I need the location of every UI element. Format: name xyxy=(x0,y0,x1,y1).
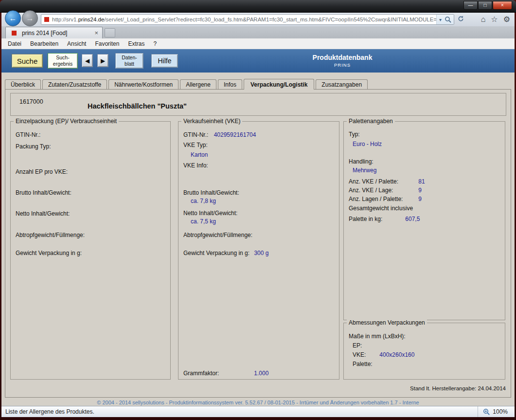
close-button[interactable]: × xyxy=(493,1,512,10)
forward-button[interactable]: → xyxy=(22,10,38,26)
abmessungen-palette-label: Palette: xyxy=(353,361,373,367)
palette-vke-palette-value: 81 xyxy=(418,178,425,185)
ep-gtin-label: GTIN-Nr.: xyxy=(16,131,40,138)
record-back-button[interactable]: ◀ xyxy=(82,54,93,67)
abmessungen-ep-label: EP: xyxy=(353,342,362,349)
menu-help[interactable]: ? xyxy=(149,40,161,47)
einzelpackung-groupbox: Einzelpackung (EP)/ Verbrauchseinheit GT… xyxy=(10,121,171,380)
tab-favicon xyxy=(12,31,17,36)
vke-netto-label: Netto Inhalt/Gewicht: xyxy=(183,210,237,217)
refresh-icon[interactable] xyxy=(457,15,464,22)
app-toolbar: Suche Such- ergebnis ◀ ▶ Daten- blatt Hi… xyxy=(1,49,515,73)
vke-typ-value: Karton xyxy=(191,151,208,158)
palette-vke-lage-label: Anz. VKE / Lage: xyxy=(349,187,417,194)
vke-gewicht-label: Gewicht Verpackung in g: xyxy=(183,250,249,256)
zoom-level: 100% xyxy=(493,408,508,415)
palette-lagen-palette-label: Anz. Lagen / Palette: xyxy=(349,196,417,202)
ep-packung-typ-label: Packung Typ: xyxy=(16,143,51,150)
product-tab-strip: Überblick Zutaten/Zusatzstoffe Nährwerte… xyxy=(5,78,511,89)
page-body: Überblick Zutaten/Zusatzstoffe Nährwerte… xyxy=(1,73,515,406)
palette-vke-palette-label: Anz. VKE / Palette: xyxy=(349,178,417,185)
stand-herstellerangabe: Stand lt. Herstellerangabe: 24.04.2014 xyxy=(410,385,506,391)
chevron-down-icon[interactable]: ▾ xyxy=(439,17,442,22)
abmessungen-vke-value: 400x260x160 xyxy=(379,351,414,358)
search-icon[interactable] xyxy=(445,16,451,23)
minimize-button[interactable]: — xyxy=(463,1,478,10)
vke-info-label: VKE Info: xyxy=(183,162,208,169)
verkaufseinheit-groupbox: Verkaufseinheit (VKE) GTIN-Nr.: 40295921… xyxy=(178,121,339,380)
address-bar-tools: ▾ xyxy=(436,15,454,24)
status-bar: Liste der Allergene des Produktes. 100% xyxy=(1,406,515,417)
tab-zutaten-zusatzstoffe[interactable]: Zutaten/Zusatzstoffe xyxy=(42,79,107,89)
hilfe-button[interactable]: Hilfe xyxy=(151,54,178,68)
vke-grammfaktor-label: Grammfaktor: xyxy=(183,370,252,377)
product-header-box: 1617000 Hackfleischbällchen "Puszta" xyxy=(10,93,506,116)
ep-gewicht-label: Gewicht Verpackung in g: xyxy=(16,250,82,256)
palette-handling-label: Handling: xyxy=(349,158,374,165)
ep-netto-label: Netto Inhalt/Gewicht: xyxy=(16,210,70,217)
abmessungen-masse-label: Maße in mm (LxBxH): xyxy=(349,333,406,340)
paletten-groupbox: Palettenangaben Typ: Euro - Holz Handlin… xyxy=(343,121,505,320)
favorites-star-icon[interactable]: ☆ xyxy=(491,14,498,25)
menu-extras[interactable]: Extras xyxy=(124,40,149,47)
vke-typ-label: VKE Typ: xyxy=(183,142,208,148)
app-title-block: Produktdatenbank PRINS xyxy=(270,54,414,68)
verkaufseinheit-legend: Verkaufseinheit (VKE) xyxy=(181,118,242,125)
tab-naehrwerte-kostformen[interactable]: Nährwerte/Kostformen xyxy=(108,79,178,89)
app-title: Produktdatenbank xyxy=(270,54,414,61)
vke-brutto-value: ca. 7,8 kg xyxy=(191,198,216,204)
einzelpackung-legend: Einzelpackung (EP)/ Verbrauchseinheit xyxy=(14,118,119,125)
address-bar[interactable]: http://srv1.prins24.de/servlet/_Load_pri… xyxy=(41,14,454,25)
forward-arrow-icon: → xyxy=(26,14,34,23)
tab-zusatzangaben[interactable]: Zusatzangaben xyxy=(316,79,368,89)
tab-close-icon[interactable]: × xyxy=(93,29,99,37)
abmessungen-legend: Abmessungen Verpackungen xyxy=(347,319,427,326)
record-forward-button[interactable]: ▶ xyxy=(97,54,108,67)
ep-anzahl-label: Anzahl EP pro VKE: xyxy=(16,168,68,175)
abmessungen-vke-label: VKE: xyxy=(353,351,378,358)
new-tab-button[interactable] xyxy=(105,28,115,37)
address-side-tools xyxy=(457,15,464,22)
content-panel: 1617000 Hackfleischbällchen "Puszta" Ein… xyxy=(5,89,511,398)
tab-infos[interactable]: Infos xyxy=(218,79,242,89)
back-button[interactable]: ← xyxy=(5,10,21,26)
palette-gesamt-label-1: Gesamtgewicht inclusive xyxy=(349,205,413,212)
menu-datei[interactable]: Datei xyxy=(3,40,26,47)
browser-tab[interactable]: prins 2014 [Food] × xyxy=(5,27,103,38)
palette-gesamt-value: 607,5 xyxy=(405,216,420,222)
app-subtitle: PRINS xyxy=(270,62,414,68)
product-number: 1617000 xyxy=(19,98,43,105)
menu-bearbeiten[interactable]: Bearbeiten xyxy=(26,40,63,47)
maximize-button[interactable]: □ xyxy=(478,1,492,10)
palette-lagen-palette-value: 9 xyxy=(418,196,422,202)
menu-favoriten[interactable]: Favoriten xyxy=(90,40,124,47)
palette-gesamt-label-2: Palette in kg: xyxy=(349,216,404,222)
tab-ueberblick[interactable]: Überblick xyxy=(5,79,41,89)
tab-allergene[interactable]: Allergene xyxy=(180,79,216,89)
ep-brutto-label: Brutto Inhalt/Gewicht: xyxy=(16,189,71,196)
browser-window: — □ × ← → http://srv1.prins24.de/servlet… xyxy=(0,0,516,420)
palette-vke-lage-value: 9 xyxy=(418,187,422,194)
zoom-control[interactable]: 100% xyxy=(478,406,515,417)
suche-button[interactable]: Suche xyxy=(12,54,43,68)
palette-handling-value: Mehrweg xyxy=(353,167,376,174)
vke-gtin-value: 4029592161704 xyxy=(214,131,256,138)
abmessungen-groupbox: Abmessungen Verpackungen Maße in mm (LxB… xyxy=(343,323,505,380)
tools-gear-icon[interactable]: ⚙ xyxy=(503,14,510,25)
window-titlebar[interactable]: — □ × xyxy=(0,0,516,13)
vke-gtin-label: GTIN-Nr.: xyxy=(183,131,208,138)
menu-ansicht[interactable]: Ansicht xyxy=(63,40,90,47)
vke-grammfaktor-value: 1.000 xyxy=(254,370,268,377)
vke-abtropf-label: Abtropfgewicht/Füllmenge: xyxy=(183,232,252,238)
url-text[interactable]: http://srv1.prins24.de/servlet/_Load_pri… xyxy=(52,17,436,22)
vke-netto-value: ca. 7,5 kg xyxy=(191,218,216,225)
datenblatt-button[interactable]: Daten- blatt xyxy=(115,53,143,69)
tab-verpackung-logistik[interactable]: Verpackung/Logistik xyxy=(244,79,314,90)
home-icon[interactable]: ⌂ xyxy=(481,14,486,25)
vke-gewicht-value: 300 g xyxy=(254,250,268,256)
browser-tab-bar: prins 2014 [Food] × xyxy=(1,26,515,38)
back-arrow-icon: ← xyxy=(9,14,17,23)
browser-menu-bar: Datei Bearbeiten Ansicht Favoriten Extra… xyxy=(1,38,515,49)
palette-typ-value: Euro - Holz xyxy=(353,141,382,147)
suchergebnis-button[interactable]: Such- ergebnis xyxy=(48,53,78,69)
